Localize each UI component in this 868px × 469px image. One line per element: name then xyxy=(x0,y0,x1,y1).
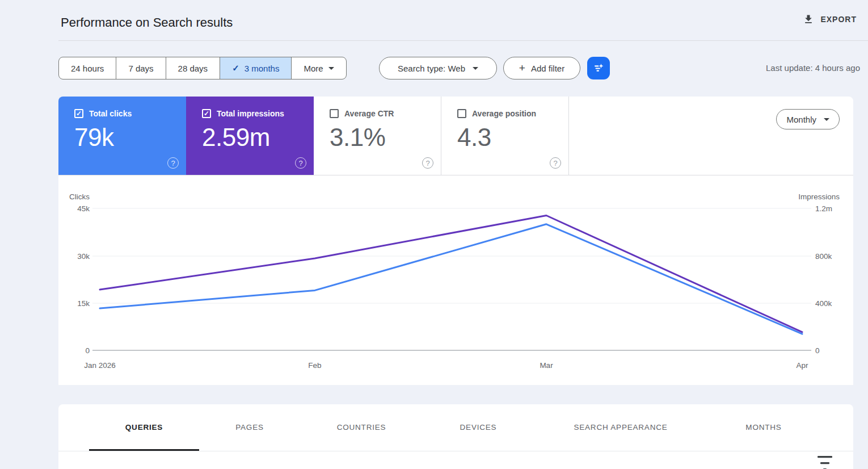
x-tick: Mar xyxy=(540,361,553,370)
total-impressions-card[interactable]: ✓ Total impressions 2.59m ? xyxy=(186,97,314,175)
metric-cards: ✓ Total clicks 79k ? ✓ Total impressions… xyxy=(58,97,853,175)
smart-filter-button[interactable] xyxy=(587,57,610,79)
export-button[interactable]: EXPORT xyxy=(803,14,857,25)
dimension-tabs: QUERIES PAGES COUNTRIES DEVICES SEARCH A… xyxy=(58,404,853,451)
right-tick: 0 xyxy=(815,346,820,355)
help-icon[interactable]: ? xyxy=(167,157,179,169)
tab-queries[interactable]: QUERIES xyxy=(125,423,163,432)
plus-icon: + xyxy=(519,62,525,74)
check-icon: ✓ xyxy=(232,63,239,73)
card-label: Average CTR xyxy=(344,109,394,118)
help-icon[interactable]: ? xyxy=(550,157,561,169)
left-tick: 30k xyxy=(77,252,90,261)
impressions-line xyxy=(100,216,802,332)
search-type-dropdown[interactable]: Search type: Web xyxy=(379,57,497,79)
chart-panel: ✓ Total clicks 79k ? ✓ Total impressions… xyxy=(58,97,853,385)
range-28-days[interactable]: 28 days xyxy=(166,57,220,79)
dimensions-table-panel: QUERIES PAGES COUNTRIES DEVICES SEARCH A… xyxy=(58,404,853,469)
checkbox-checked-icon[interactable]: ✓ xyxy=(74,109,83,118)
right-axis-title: Impressions xyxy=(798,192,840,201)
tab-countries[interactable]: COUNTRIES xyxy=(337,423,386,432)
header-divider xyxy=(58,40,868,41)
checkbox-unchecked-icon[interactable] xyxy=(330,109,339,118)
right-tick: 800k xyxy=(815,252,832,261)
table-toolbar xyxy=(58,451,853,469)
checkbox-checked-icon[interactable]: ✓ xyxy=(202,109,211,118)
card-value: 3.1% xyxy=(330,123,441,152)
tab-devices[interactable]: DEVICES xyxy=(460,423,497,432)
export-label: EXPORT xyxy=(820,15,857,24)
filter-sparkle-icon xyxy=(592,62,605,74)
x-tick: Apr xyxy=(796,361,808,370)
left-tick: 0 xyxy=(85,346,90,355)
card-label: Average position xyxy=(472,109,536,118)
card-value: 4.3 xyxy=(457,123,568,152)
card-label: Total clicks xyxy=(89,109,132,118)
last-update-text: Last update: 4 hours ago xyxy=(766,63,860,73)
tab-pages[interactable]: PAGES xyxy=(235,423,264,432)
card-value: 2.59m xyxy=(202,123,314,152)
range-more[interactable]: More xyxy=(291,57,345,79)
chevron-down-icon xyxy=(473,67,478,70)
performance-line-chart: Clicks Impressions 45k 30k 15k 0 1.2m 80… xyxy=(58,187,853,380)
chevron-down-icon xyxy=(328,67,334,70)
card-label: Total impressions xyxy=(217,109,284,118)
x-tick: Feb xyxy=(308,361,321,370)
left-axis-title: Clicks xyxy=(69,192,90,201)
date-range-group: 24 hours 7 days 28 days ✓ 3 months More xyxy=(58,57,347,79)
page-title: Performance on Search results xyxy=(61,15,233,30)
total-clicks-card[interactable]: ✓ Total clicks 79k ? xyxy=(58,97,186,175)
tab-months[interactable]: MONTHS xyxy=(745,423,781,432)
range-24-hours[interactable]: 24 hours xyxy=(59,57,116,79)
range-7-days[interactable]: 7 days xyxy=(116,57,165,79)
right-tick: 1.2m xyxy=(815,204,832,213)
granularity-dropdown[interactable]: Monthly xyxy=(776,109,840,129)
chevron-down-icon xyxy=(824,118,829,121)
average-ctr-card[interactable]: Average CTR 3.1% ? xyxy=(314,97,441,175)
performance-page: Performance on Search results EXPORT 24 … xyxy=(0,0,868,469)
checkbox-unchecked-icon[interactable] xyxy=(457,109,466,118)
average-position-card[interactable]: Average position 4.3 ? xyxy=(441,97,569,175)
x-tick: Jan 2026 xyxy=(84,361,116,370)
right-tick: 400k xyxy=(815,299,832,308)
download-icon xyxy=(803,14,814,25)
help-icon[interactable]: ? xyxy=(295,157,306,169)
clicks-line xyxy=(100,224,802,334)
left-tick: 15k xyxy=(77,299,90,308)
range-3-months[interactable]: ✓ 3 months xyxy=(220,57,291,79)
tab-search-appearance[interactable]: SEARCH APPEARANCE xyxy=(574,423,667,432)
active-tab-indicator xyxy=(89,449,199,451)
filter-list-icon[interactable] xyxy=(817,456,833,469)
help-icon[interactable]: ? xyxy=(422,157,433,169)
left-tick: 45k xyxy=(77,204,90,213)
add-filter-button[interactable]: + Add filter xyxy=(503,57,580,79)
card-value: 79k xyxy=(74,123,186,152)
